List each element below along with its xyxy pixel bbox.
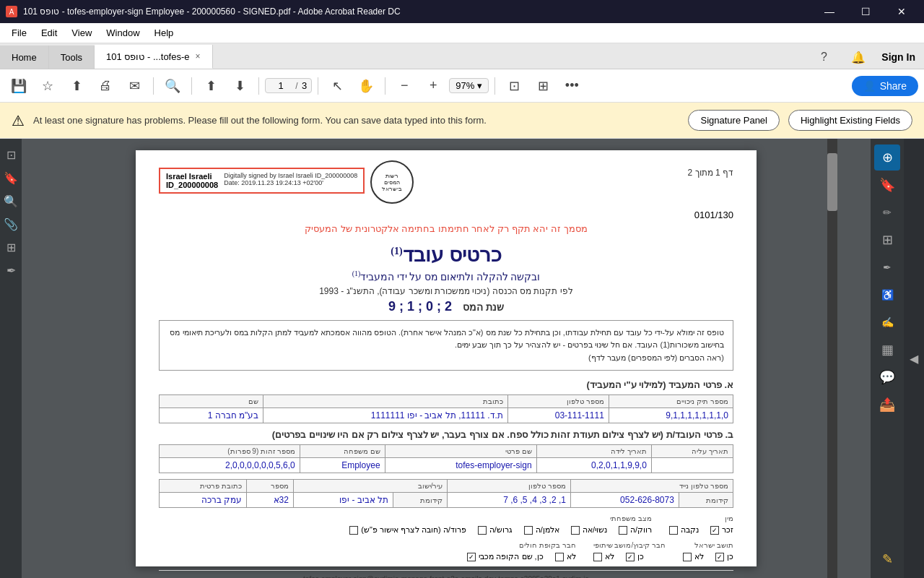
sick-yes-cb[interactable] bbox=[467, 553, 476, 561]
upload-button[interactable]: ⬆ bbox=[64, 73, 90, 99]
sick-fund-group: חבר בקופת חולים לא כן, שם הקופה מכבי bbox=[467, 540, 575, 564]
signature-panel-button[interactable]: Signature Panel bbox=[688, 110, 780, 131]
tab-right-area: ? 🔔 Sign In bbox=[213, 46, 924, 69]
comment-tool[interactable]: 💬 bbox=[874, 364, 900, 390]
share-button[interactable]: 👤 Share bbox=[852, 76, 918, 96]
tab-tools[interactable]: Tools bbox=[49, 46, 95, 69]
toolbar: 💾 ☆ ⬆ 🖨 ✉ 🔍 ⬆ ⬇ / 3 ↖ ✋ − + 97% ▾ ⊡ ⊞ ••… bbox=[0, 69, 924, 103]
page-number-input[interactable] bbox=[270, 80, 292, 91]
redact-tool[interactable]: ▦ bbox=[874, 337, 900, 363]
female-checkbox[interactable] bbox=[669, 526, 678, 535]
pdf-area[interactable]: דף 1 מתוך 2 Israel Israeli ID_200000008 … bbox=[22, 139, 871, 578]
sick-no-cb[interactable] bbox=[555, 553, 564, 561]
right-sidebar: ⊕ 🔖 ✏ ⊞ ✒ ♿ ✍ ▦ 💬 📤 ✎ bbox=[871, 139, 904, 578]
save-button[interactable]: 💾 bbox=[6, 73, 32, 99]
zoom-in-tool[interactable]: ⊕ bbox=[874, 144, 900, 171]
left-tool-signature[interactable]: ✒ bbox=[1, 260, 21, 280]
help-button[interactable]: ? bbox=[812, 46, 835, 69]
layers-tool[interactable]: ⊞ bbox=[874, 227, 900, 253]
sign-in-button[interactable]: Sign In bbox=[881, 51, 915, 63]
section-a-title: א. פרטי המעביד (למילוי ע"י המעביד) bbox=[159, 379, 733, 390]
status-option-0: רווק/ה bbox=[619, 525, 652, 535]
pdf-header: דף 1 מתוך 2 Israel Israeli ID_200000008 … bbox=[159, 168, 733, 204]
minimize-button[interactable]: — bbox=[813, 0, 846, 23]
left-tool-layers[interactable]: ⊞ bbox=[1, 237, 21, 257]
menu-file[interactable]: File bbox=[6, 25, 32, 40]
cursor-tool[interactable]: ↖ bbox=[324, 73, 350, 99]
hand-tool[interactable]: ✋ bbox=[353, 73, 379, 99]
pdf-title: כרטיס עובד(1) bbox=[159, 243, 733, 267]
resident-checkboxes: כן לא bbox=[683, 552, 733, 561]
notification-text: At least one signature has problems. Ple… bbox=[33, 115, 679, 126]
highlight-fields-button[interactable]: Highlight Existing Fields bbox=[788, 110, 912, 131]
status-option-2: אלמן/ה bbox=[524, 525, 559, 535]
resident-yes-cb[interactable] bbox=[715, 553, 724, 561]
section-b-title: ב. פרטי העובד/ת (יש לצרף צילום תעודת זהו… bbox=[159, 429, 733, 440]
kibbutz-no: לא bbox=[593, 552, 614, 561]
tab-bar: Home Tools טופס 101 - ...tofes-e × ? 🔔 S… bbox=[0, 43, 924, 69]
widowed-checkbox[interactable] bbox=[524, 526, 533, 535]
bookmark-tool[interactable]: 🔖 bbox=[874, 172, 900, 198]
zoom-in-button[interactable]: + bbox=[420, 73, 446, 99]
resident-yes: כן bbox=[715, 552, 733, 561]
notification-bar: ⚠ At least one signature has problems. P… bbox=[0, 103, 924, 139]
notifications-button[interactable]: 🔔 bbox=[847, 46, 870, 69]
pdf-year: שנת המס 2 ; 0 ; 1 ; 9 bbox=[159, 299, 733, 314]
zoom-out-button[interactable]: − bbox=[391, 73, 417, 99]
upload2-button[interactable]: ⬆ bbox=[198, 73, 224, 99]
married-checkbox[interactable] bbox=[571, 526, 580, 535]
annotate-tool[interactable]: ✏ bbox=[874, 199, 900, 225]
pdf-subtitle: ובקשה להקלה ולתיאום מס על ידי המעביד(1) bbox=[159, 269, 733, 283]
separator-3 bbox=[258, 77, 259, 95]
doc-number: 0101/130 bbox=[159, 210, 733, 220]
print-button[interactable]: 🖨 bbox=[92, 73, 118, 99]
sign-tool[interactable]: ✒ bbox=[874, 254, 900, 280]
divorced-checkbox[interactable] bbox=[478, 526, 487, 535]
table-a-val-3: 03-111-1111 bbox=[507, 408, 609, 423]
table-b: תאריך עליה תאריך לידה שם פרטי שם משפחה מ… bbox=[159, 444, 733, 473]
left-tool-bookmark[interactable]: 🔖 bbox=[1, 168, 21, 188]
separator-2 bbox=[191, 77, 192, 95]
kibbutz-group: חבר קיבוץ/מושב שיתופי כן לא bbox=[593, 540, 666, 564]
menu-bar: File Edit View Window Help bbox=[0, 23, 924, 43]
bookmark-button[interactable]: ☆ bbox=[35, 73, 61, 99]
download-button[interactable]: ⬇ bbox=[227, 73, 253, 99]
collapse-button[interactable]: ◀ bbox=[910, 352, 918, 366]
tab-active-doc[interactable]: טופס 101 - ...tofes-e × bbox=[95, 45, 212, 69]
left-tool-search[interactable]: 🔍 bbox=[1, 191, 21, 211]
highlight-tool[interactable]: ✎ bbox=[874, 546, 900, 572]
tab-close-button[interactable]: × bbox=[196, 51, 201, 61]
warning-icon: ⚠ bbox=[12, 112, 25, 129]
male-checkbox[interactable] bbox=[710, 526, 719, 535]
left-tool-attachment[interactable]: 📎 bbox=[1, 214, 21, 234]
kibbutz-checkboxes: כן לא bbox=[593, 552, 666, 561]
accessibility-tool[interactable]: ♿ bbox=[874, 282, 900, 308]
menu-help[interactable]: Help bbox=[149, 25, 180, 40]
zoom-chevron[interactable]: ▾ bbox=[477, 80, 482, 91]
kibbutz-yes-cb[interactable] bbox=[626, 553, 635, 561]
table-a-header-1: שם bbox=[160, 395, 263, 408]
maximize-button[interactable]: ☐ bbox=[849, 0, 882, 23]
menu-view[interactable]: View bbox=[66, 25, 97, 40]
left-tool-1[interactable]: ⊡ bbox=[1, 144, 21, 165]
close-button[interactable]: ✕ bbox=[885, 0, 918, 23]
fill-sign-tool[interactable]: ✍ bbox=[874, 309, 900, 335]
tab-home[interactable]: Home bbox=[0, 46, 49, 69]
table-a-val-1: בע"מ חברה 1 bbox=[160, 408, 263, 423]
single-checkbox[interactable] bbox=[619, 526, 627, 535]
separated-checkbox[interactable] bbox=[349, 526, 358, 535]
more-tools-button[interactable]: ••• bbox=[559, 73, 585, 99]
page-tool-button[interactable]: ⊞ bbox=[530, 73, 556, 99]
kibbutz-no-cb[interactable] bbox=[593, 553, 602, 561]
menu-edit[interactable]: Edit bbox=[35, 25, 63, 40]
female-option: נקבה bbox=[669, 525, 699, 535]
table-a-header-3: מספר טלפון bbox=[507, 395, 609, 408]
adjust-page-button[interactable]: ⊡ bbox=[501, 73, 527, 99]
send-tool[interactable]: 📤 bbox=[874, 392, 900, 418]
scrollbar-track[interactable] bbox=[827, 139, 837, 578]
menu-window[interactable]: Window bbox=[100, 25, 145, 40]
scrollbar-thumb[interactable] bbox=[827, 153, 837, 211]
email-button[interactable]: ✉ bbox=[121, 73, 147, 99]
resident-no-cb[interactable] bbox=[683, 553, 692, 561]
search-button[interactable]: 🔍 bbox=[160, 73, 186, 99]
